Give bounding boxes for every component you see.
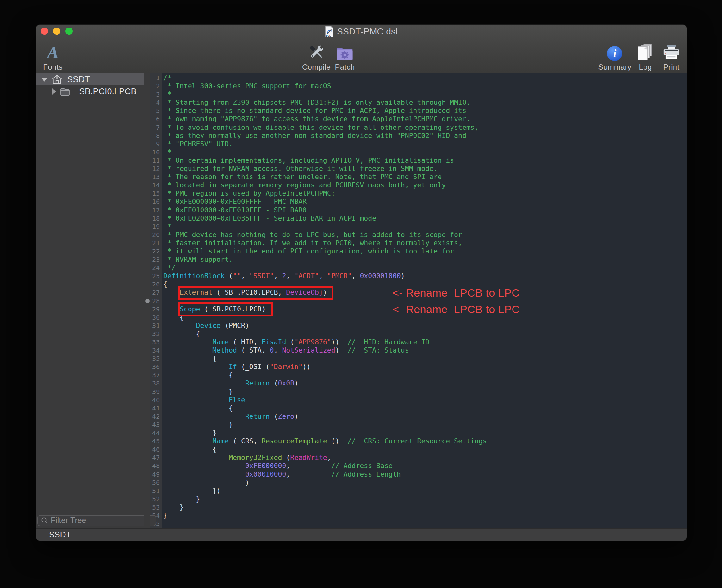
log-icon <box>637 44 654 61</box>
code-line: { <box>163 354 686 363</box>
code-line: * 0xFE010000~0xFE010FFF - SPI BAR0 <box>163 206 686 214</box>
code-token: 2 <box>282 272 286 280</box>
code-token: "" <box>233 272 241 280</box>
code-token: "PMCR" <box>327 272 352 280</box>
code-token: { <box>163 280 167 288</box>
code-token: ) <box>163 479 249 486</box>
line-number: 14 <box>150 181 162 189</box>
code-token: ( <box>286 338 294 346</box>
code-token: * To avoid confusion we disable this dev… <box>163 123 479 131</box>
code-line <box>163 520 686 528</box>
code-token: Zero <box>278 412 294 420</box>
disclosure-collapsed-icon[interactable] <box>52 88 56 94</box>
line-number: 21 <box>150 239 162 247</box>
code-token: { <box>163 354 216 362</box>
code-line: } <box>163 511 686 520</box>
code-token: () <box>327 437 348 445</box>
code-token: ( <box>270 379 278 387</box>
tree-item-ssdt[interactable]: SSDT <box>36 74 144 85</box>
titlebar[interactable]: DSL SSDT-PMC.dsl <box>36 25 686 39</box>
code-token: // Address Length <box>331 470 401 478</box>
folder-icon <box>60 88 70 96</box>
code-line: * Since there is no standard device for … <box>163 107 686 115</box>
code-token: If <box>229 363 237 371</box>
rename-annotation: <- Rename LPCB to LPC <box>392 287 519 298</box>
code-line: * faster initialisation. If we add it to… <box>163 239 686 247</box>
code-token: 0x00001000 <box>360 272 401 280</box>
code-token: { <box>163 330 200 338</box>
compile-button[interactable]: Compile <box>302 42 331 71</box>
filter-tree-field[interactable] <box>37 515 156 526</box>
line-number: 17 <box>150 206 162 214</box>
code-line: If (_OSI ("Darwin")) <box>163 363 686 371</box>
code-token: * own naming "APP9876" to access this de… <box>163 115 470 123</box>
patch-label: Patch <box>335 63 355 71</box>
line-number: 45 <box>150 437 162 445</box>
gutter-marker-strip[interactable] <box>144 74 150 528</box>
line-number: 10 <box>150 148 162 156</box>
code-token: * faster initialisation. If we add it to… <box>163 239 462 247</box>
code-token: }) <box>163 487 220 495</box>
code-token: * NVRAM support. <box>163 255 233 263</box>
code-token: ( <box>225 272 233 280</box>
fonts-button[interactable]: A Fonts <box>43 42 63 71</box>
code-token: * located in separate memory regions and… <box>163 181 446 189</box>
code-token: * Intel 300-series PMC support for macOS <box>163 82 331 90</box>
tree-item-lpcb[interactable]: _SB.PCI0.LPCB <box>36 85 144 98</box>
code-token: , <box>241 272 249 280</box>
line-number: 3 <box>150 90 162 99</box>
line-number: 1 <box>150 74 162 82</box>
line-number: 28 <box>150 297 162 305</box>
code-token: * <box>163 148 171 156</box>
line-number: 39 <box>150 388 162 396</box>
print-button[interactable]: Print <box>662 42 681 71</box>
code-editor[interactable]: /* * Intel 300-series PMC support for ma… <box>162 74 686 528</box>
code-token: , <box>286 272 294 280</box>
code-line: * <box>163 148 686 156</box>
code-line: 0xFE000000, // Address Base <box>163 462 686 470</box>
code-token <box>163 346 212 354</box>
code-token: Name <box>212 437 229 445</box>
disclosure-expanded-icon[interactable] <box>41 78 47 82</box>
code-line: * as they normally use another non-stand… <box>163 132 686 140</box>
code-line: Memory32Fixed (ReadWrite, <box>163 454 686 462</box>
code-token: Method <box>212 346 237 354</box>
line-number: 50 <box>150 479 162 487</box>
code-token: , <box>286 462 331 470</box>
code-line: */ <box>163 264 686 272</box>
line-number: 18 <box>150 214 162 223</box>
code-token: ResourceTemplate <box>262 437 327 445</box>
code-line: Device (PMCR) <box>163 321 686 330</box>
svg-text:i: i <box>614 47 617 59</box>
code-token: )) <box>302 363 311 371</box>
code-token <box>163 288 180 296</box>
code-token: * required for NVRAM access. Otherwise i… <box>163 165 438 172</box>
line-number: 24 <box>150 264 162 272</box>
code-token: ( <box>270 412 278 420</box>
code-line: ) <box>163 479 686 487</box>
code-token: // Address Base <box>331 462 392 470</box>
line-number: 47 <box>150 454 162 462</box>
log-button[interactable]: Log <box>637 42 654 71</box>
code-line: * 0xFE020000~0xFE035FFF - SerialIo BAR i… <box>163 214 686 223</box>
code-token: * 0xFE010000~0xFE010FFF - SPI BAR0 <box>163 206 306 214</box>
print-icon <box>662 44 681 61</box>
code-line: Name (_CRS, ResourceTemplate () // _CRS:… <box>163 437 686 445</box>
document-icon[interactable]: DSL <box>325 26 334 37</box>
summary-button[interactable]: i Summary <box>598 42 632 71</box>
filter-tree-input[interactable] <box>50 516 152 525</box>
patch-button[interactable]: Patch <box>335 42 355 71</box>
desktop: { "window": { "title": "SSDT-PMC.dsl", "… <box>0 0 722 588</box>
line-number: 25 <box>150 272 162 280</box>
compile-icon <box>307 43 325 61</box>
code-token: } <box>163 511 167 519</box>
code-token: * Since there is no standard device for … <box>163 107 466 114</box>
line-marker-dot <box>145 299 150 303</box>
code-line: * Intel 300-series PMC support for macOS <box>163 82 686 90</box>
code-lines: /* * Intel 300-series PMC support for ma… <box>162 74 686 528</box>
title-area: DSL SSDT-PMC.dsl <box>36 25 686 39</box>
code-token: (_STA, <box>237 346 270 354</box>
code-token: * 0xFE000000~0xFE00FFFF - PMC MBAR <box>163 197 306 205</box>
code-line: * On certain implementations, including … <box>163 156 686 165</box>
code-token: 0x0B <box>278 379 294 387</box>
